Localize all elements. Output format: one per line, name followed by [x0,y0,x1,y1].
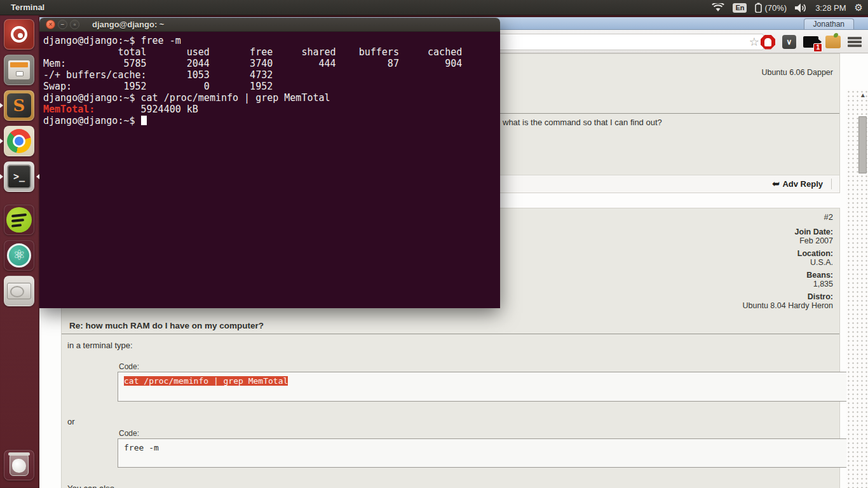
chrome-icon [7,129,31,153]
terminal-window[interactable]: × − ▫ django@django: ~ django@django:~$ … [39,18,500,308]
post1-user-distro: Ubuntu 6.06 Dapper [761,68,833,77]
scroll-up-icon[interactable]: ▲ [860,92,866,98]
bookmark-star-icon[interactable]: ☆ [749,35,759,49]
wifi-icon[interactable] [712,3,724,12]
top-panel: Terminal En (70%) 3:28 PM ⚙ [0,0,868,15]
file-cabinet-icon [8,60,30,79]
code-label-1: Code: [119,362,139,371]
browser-menu-icon[interactable] [848,36,862,48]
hard-disk-icon [7,283,31,299]
terminal-icon: >_ [7,165,31,189]
spotify-icon [6,207,32,233]
minimize-button[interactable]: − [58,20,67,29]
code-block-1[interactable]: cat /proc/meminfo | grep MemTotal [118,372,862,402]
terminal-title: django@django: ~ [92,20,164,29]
pocket-icon[interactable]: ∨ [782,35,796,49]
screen-recorder-icon[interactable]: 1 [803,36,818,48]
trash-icon [10,454,29,476]
honey-icon[interactable] [825,36,841,48]
terminal-body[interactable]: django@django:~$ free -m total used free… [39,32,500,308]
unity-launcher: S >_ ⚛ [0,15,39,488]
page-scroll-area[interactable]: ▲ ▼ [846,90,868,488]
battery-icon[interactable] [755,3,762,13]
free-output-header: total used free shared buffers cached [43,46,500,58]
code-block-2[interactable]: free -m [118,438,862,468]
post2-user-info: Join Date: Feb 2007 Location: U.S.A. Bea… [743,224,833,310]
post2-title: Re: how much RAM do I have on my compute… [69,321,264,330]
launcher-item-files[interactable] [4,55,34,85]
reply-arrow-icon: ➥ [772,179,780,189]
code1-selected-text: cat /proc/meminfo | grep MemTotal [124,376,288,386]
maximize-button[interactable]: ▫ [70,20,79,29]
adv-reply-button[interactable]: ➥ Adv Reply [772,179,823,189]
launcher-item-dash[interactable] [4,19,34,50]
active-app-title: Terminal [11,3,44,12]
launcher-item-terminal[interactable]: >_ [4,161,34,192]
code2-text: free -m [124,443,856,452]
sublime-icon: S [7,93,31,118]
memtotal-line: MemTotal: 5924400 kB [43,104,500,115]
battery-percent[interactable]: (70%) [764,3,787,13]
extension-badge: 1 [813,43,822,52]
profile-name: Jonathan [813,20,844,29]
also-text: You can also [67,484,114,488]
launcher-item-chrome[interactable] [4,126,34,156]
keyboard-layout-indicator[interactable]: En [733,3,747,13]
ubuntu-logo-icon [11,26,27,43]
terminal-cursor [141,116,147,125]
clock[interactable]: 3:28 PM [815,3,846,13]
launcher-item-sublime[interactable]: S [4,90,34,121]
post2-intro: in a terminal type: [67,341,133,350]
free-output-swap: Swap: 1952 0 1952 [43,81,500,92]
browser-profile-button[interactable]: Jonathan [804,18,854,29]
desktop: Jonathan ☆ ∨ 1 Ubuntu 6.06 Dapper [0,0,868,488]
launcher-item-atom[interactable]: ⚛ [4,240,34,271]
code-label-2: Code: [119,429,139,438]
terminal-titlebar[interactable]: × − ▫ django@django: ~ [39,18,500,32]
adblock-icon[interactable] [761,35,775,50]
or-text: or [67,417,75,426]
free-output-mem: Mem: 5785 2044 3740 444 87 904 [43,58,500,69]
launcher-item-disk[interactable] [4,276,34,306]
post1-body-text: what is the command so that I can find o… [503,118,662,127]
volume-icon[interactable] [795,3,807,13]
scrollbar-thumb[interactable] [858,116,867,173]
session-gear-icon[interactable]: ⚙ [855,2,863,13]
system-tray: En (70%) 3:28 PM ⚙ [712,0,863,15]
launcher-item-spotify[interactable] [4,205,34,235]
free-output-buffers: -/+ buffers/cache: 1053 4732 [43,69,500,81]
launcher-item-trash[interactable] [4,450,34,480]
post2-number: #2 [824,212,833,222]
atom-icon: ⚛ [7,243,31,268]
close-button[interactable]: × [46,20,55,29]
